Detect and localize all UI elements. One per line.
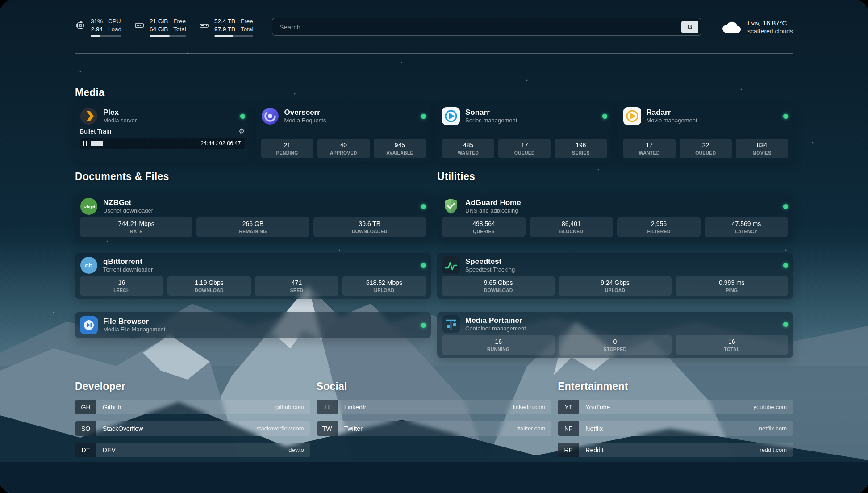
memory-usage-bar: [150, 35, 186, 37]
section-title-documents: Documents & Files: [75, 171, 431, 183]
memory-total: 64 GiB: [150, 25, 168, 33]
bookmark-twitter[interactable]: TW Twitter twitter.com: [317, 421, 552, 436]
service-card-adguard[interactable]: AdGuard Home DNS and adblocking 498,564 …: [437, 194, 793, 240]
weather-condition: scattered clouds: [747, 27, 793, 35]
bookmark-url: twitter.com: [517, 425, 545, 432]
sonarr-icon: [442, 107, 460, 125]
bookmark-abbr: YT: [558, 400, 579, 414]
bookmark-dev[interactable]: DT DEV dev.to: [75, 443, 310, 457]
service-card-nzbget[interactable]: nzbget NZBGet Usenet downloader 744.21 M…: [75, 194, 431, 240]
stat-remaining: 266 GB REMAINING: [196, 217, 309, 237]
cpu-icon: [75, 20, 86, 31]
cpu-label: CPU: [108, 17, 121, 25]
service-name: Sonarr: [465, 108, 517, 117]
qbittorrent-icon: qb: [80, 256, 98, 274]
stat-pending: 21 PENDING: [261, 139, 313, 158]
service-card-sonarr[interactable]: Sonarr Series management 485 WANTED 17 Q…: [437, 104, 612, 162]
bookmark-netflix[interactable]: NF Netflix netflix.com: [558, 421, 793, 436]
cpu-widget: 31% CPU 2.94 Load: [75, 17, 121, 37]
bookmark-url: reddit.com: [760, 447, 787, 453]
bookmark-stackoverflow[interactable]: SO StackOverflow stackoverflow.com: [75, 421, 310, 436]
stat-queued: 17 QUEUED: [498, 139, 551, 158]
stat-stopped: 0 STOPPED: [559, 335, 671, 355]
weather-widget: Lviv, 16.87°C scattered clouds: [721, 19, 793, 35]
bookmark-abbr: RE: [558, 443, 579, 457]
portainer-icon: [442, 315, 460, 333]
service-desc: Media File Management: [103, 326, 165, 333]
bookmark-abbr: SO: [75, 421, 96, 436]
status-dot: [783, 204, 788, 209]
disk-total-label: Total: [241, 25, 254, 33]
stat-seed: 471 SEED: [255, 276, 338, 296]
status-dot: [783, 263, 788, 268]
bookmark-youtube[interactable]: YT YouTube youtube.com: [558, 400, 793, 414]
service-card-qbittorrent[interactable]: qb qBittorrent Torrent downloader 16 LEE…: [75, 253, 431, 299]
cpu-usage-bar: [91, 35, 121, 37]
service-card-overseerr[interactable]: Overseerr Media Requests 21 PENDING 40 A…: [256, 104, 431, 162]
bookmark-url: dev.to: [288, 447, 304, 453]
dashboard-screen: 31% CPU 2.94 Load: [0, 0, 868, 493]
service-name: qBittorrent: [103, 257, 153, 266]
bookmark-url: linkedin.com: [513, 404, 545, 410]
search-bar[interactable]: G: [272, 18, 701, 36]
service-desc: Torrent downloader: [103, 266, 153, 273]
cpu-percent: 31%: [91, 17, 103, 25]
status-dot: [240, 114, 245, 119]
stat-wanted: 17 WANTED: [623, 139, 676, 158]
service-desc: Speedtest Tracking: [465, 266, 515, 273]
section-title-media: Media: [75, 87, 793, 99]
svg-text:nzbget: nzbget: [83, 205, 96, 209]
stat-downloaded: 39.6 TB DOWNLOADED: [313, 217, 426, 237]
status-dot: [783, 114, 788, 119]
header-divider: [75, 53, 793, 54]
bookmark-name: Reddit: [585, 447, 603, 454]
service-card-plex[interactable]: Plex Media server Bullet Train ⚙ 24:44 /…: [75, 104, 250, 162]
top-bar: 31% CPU 2.94 Load: [75, 16, 793, 38]
bookmark-url: stackoverflow.com: [256, 425, 304, 432]
service-name: NZBGet: [103, 198, 153, 207]
disk-free-label: Free: [241, 17, 254, 25]
bookmark-name: Twitter: [344, 425, 363, 432]
status-dot: [421, 323, 426, 328]
memory-widget: 21 GiB Free 64 GiB Total: [134, 17, 186, 37]
gear-icon[interactable]: ⚙: [238, 128, 245, 135]
service-card-filebrowser[interactable]: File Browser Media File Management: [75, 312, 431, 338]
bookmark-linkedin[interactable]: LI LinkedIn linkedin.com: [317, 400, 552, 414]
resource-widgets: 31% CPU 2.94 Load: [75, 17, 253, 37]
cloud-icon: [721, 20, 742, 34]
adguard-icon: [442, 197, 460, 215]
pause-button[interactable]: [83, 141, 87, 146]
bookmark-reddit[interactable]: RE Reddit reddit.com: [558, 443, 793, 457]
service-card-radarr[interactable]: Radarr Movie management 17 WANTED 22 QUE…: [618, 104, 793, 162]
stat-blocked: 86,401 BLOCKED: [530, 217, 613, 237]
bookmark-abbr: GH: [75, 400, 96, 414]
bookmark-abbr: DT: [75, 443, 96, 457]
stat-latency: 47.569 ms LATENCY: [705, 217, 788, 237]
bookmark-name: YouTube: [585, 404, 610, 411]
stat-approved: 40 APPROVED: [317, 139, 370, 158]
service-name: Media Portainer: [465, 316, 526, 325]
stat-series: 196 SERIES: [555, 139, 607, 158]
bookmark-abbr: NF: [558, 421, 579, 436]
search-provider-badge[interactable]: G: [681, 21, 698, 33]
memory-total-label: Total: [173, 25, 186, 33]
stat-leech: 16 LEECH: [80, 276, 163, 296]
bookmark-url: youtube.com: [754, 404, 787, 410]
service-card-portainer[interactable]: Media Portainer Container management 16 …: [437, 312, 793, 358]
playback-track[interactable]: [91, 141, 196, 146]
section-title-social: Social: [317, 380, 552, 393]
bookmark-github[interactable]: GH Github github.com: [75, 400, 310, 414]
service-name: Plex: [103, 108, 137, 117]
service-name: Overseerr: [284, 108, 326, 117]
stat-rate: 744.21 Mbps RATE: [80, 217, 192, 237]
stat-available: 945 AVAILABLE: [374, 139, 426, 158]
memory-free: 21 GiB: [150, 17, 168, 25]
plex-icon: [80, 107, 98, 125]
service-card-speedtest[interactable]: Speedtest Speedtest Tracking 9.65 Gbps D…: [437, 253, 793, 299]
bookmark-name: DEV: [103, 447, 116, 454]
service-name: File Browser: [103, 317, 165, 326]
search-input[interactable]: [279, 23, 681, 31]
service-desc: Usenet downloader: [103, 207, 153, 214]
bookmark-name: Github: [103, 404, 121, 411]
stat-running: 16 RUNNING: [442, 335, 555, 355]
